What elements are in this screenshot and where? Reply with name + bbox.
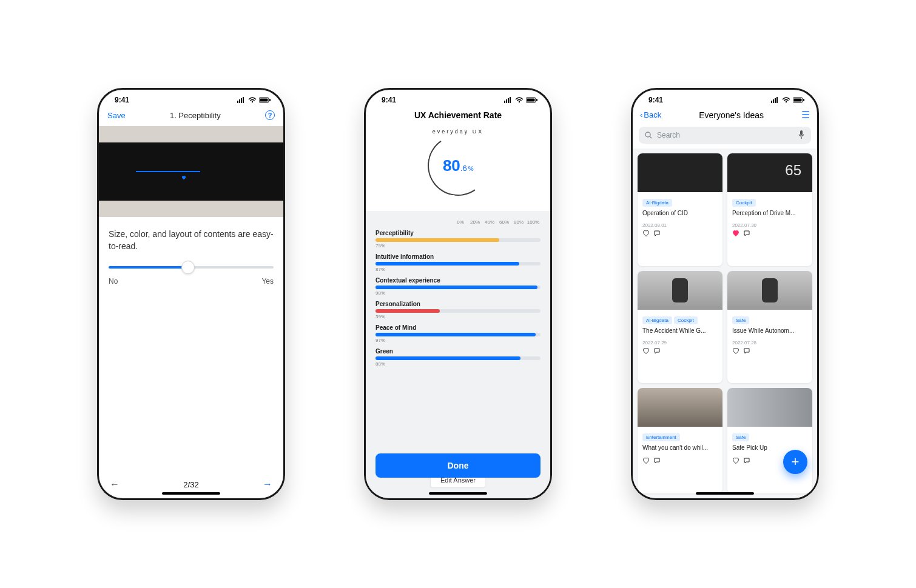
- wifi-icon: [782, 97, 790, 103]
- slider-label-yes: Yes: [261, 277, 274, 286]
- card-title: What you can't do whil...: [642, 444, 718, 451]
- search-placeholder: Search: [657, 131, 680, 139]
- metric-label: Contextual experience: [375, 277, 541, 284]
- slider-label-no: No: [109, 277, 118, 286]
- page-title: 1. Peceptibility: [170, 111, 221, 120]
- card-date: 2022.07.28: [732, 340, 807, 346]
- metric-bar: [375, 238, 541, 242]
- help-icon[interactable]: ?: [265, 110, 275, 120]
- idea-card[interactable]: Safe Safe Pick Up: [727, 388, 812, 493]
- svg-rect-1: [239, 99, 240, 103]
- pager: ← 2/32 →: [99, 479, 283, 490]
- comment-button[interactable]: [743, 230, 750, 237]
- like-button[interactable]: [642, 230, 650, 237]
- metric-value: 98%: [375, 290, 541, 296]
- card-title: Perception of Drive M...: [732, 210, 807, 216]
- achievement-gauge: everyday UX 80.6%: [366, 120, 550, 211]
- metric-row: Personalization 39%: [375, 301, 541, 319]
- axis-labels: 0%20%40%60%80%100%: [375, 219, 541, 225]
- comment-button[interactable]: [743, 457, 750, 464]
- question-text: Size, color, and layout of contents are …: [109, 228, 274, 253]
- svg-rect-15: [536, 99, 537, 101]
- idea-card[interactable]: Safe Issue While Autonom... 2022.07.28: [727, 271, 812, 384]
- metric-label: Green: [375, 348, 541, 355]
- comment-button[interactable]: [653, 230, 661, 237]
- card-tag[interactable]: AI·Bigdata: [642, 199, 672, 207]
- metric-row: Green 88%: [375, 348, 541, 367]
- battery-icon: [259, 97, 271, 103]
- prev-button[interactable]: ←: [110, 479, 120, 490]
- add-idea-button[interactable]: +: [783, 450, 807, 474]
- signal-icon: [237, 97, 246, 103]
- idea-card[interactable]: 65 Cockpit Perception of Drive M... 2022…: [727, 153, 812, 266]
- rate-unit: %: [468, 165, 473, 172]
- phone-ideas: 9:41 ‹ Back Everyone's Ideas ☰ Search: [631, 88, 819, 500]
- signal-icon: [771, 97, 780, 103]
- mic-icon[interactable]: [798, 130, 805, 141]
- battery-icon: [526, 97, 538, 103]
- home-indicator: [429, 492, 487, 495]
- like-button[interactable]: [732, 230, 739, 237]
- card-date: 2022.07.29: [642, 340, 718, 346]
- status-icons: [237, 97, 271, 103]
- page-title: UX Achievement Rate: [366, 110, 550, 120]
- answer-slider[interactable]: [109, 266, 274, 269]
- svg-rect-17: [773, 99, 774, 103]
- metric-bar: [375, 356, 541, 360]
- page-title: Everyone's Ideas: [699, 110, 764, 120]
- card-tag[interactable]: Cockpit: [732, 199, 756, 207]
- phone-results: 9:41 UX Achievement Rate everyday UX 80.…: [364, 88, 552, 500]
- comment-button[interactable]: [653, 457, 661, 464]
- like-button[interactable]: [642, 347, 650, 355]
- metric-row: Contextual experience 98%: [375, 277, 541, 296]
- back-button[interactable]: ‹ Back: [640, 110, 661, 119]
- rate-integer: 80: [443, 156, 460, 174]
- comment-button[interactable]: [653, 347, 661, 355]
- nav-bar: ‹ Back Everyone's Ideas ☰: [633, 107, 817, 123]
- svg-point-24: [645, 132, 650, 137]
- card-tag[interactable]: AI·Bigdata: [642, 316, 672, 324]
- nav-bar: Save 1. Peceptibility ?: [99, 107, 283, 124]
- metric-bar: [375, 333, 541, 336]
- card-date: 2022.07.30: [732, 222, 807, 228]
- home-indicator: [162, 492, 220, 495]
- card-tag[interactable]: Entertainment: [642, 433, 680, 441]
- idea-card[interactable]: Entertainment What you can't do whil...: [638, 388, 722, 493]
- svg-rect-22: [794, 99, 802, 102]
- done-button[interactable]: Done: [375, 453, 541, 478]
- svg-rect-10: [508, 98, 509, 103]
- rate-decimal: .6: [460, 163, 467, 172]
- battery-icon: [793, 97, 805, 103]
- like-button[interactable]: [732, 347, 739, 355]
- svg-rect-6: [260, 99, 268, 102]
- idea-card[interactable]: AI·BigdataCockpit The Accident While G..…: [638, 271, 722, 384]
- list-view-icon[interactable]: ☰: [801, 109, 810, 121]
- metric-value: 97%: [375, 338, 541, 343]
- metric-row: Perceptibility 75%: [375, 230, 541, 249]
- comment-button[interactable]: [743, 347, 750, 355]
- card-tag[interactable]: Safe: [732, 316, 749, 324]
- svg-point-20: [786, 101, 787, 102]
- svg-rect-2: [241, 98, 242, 103]
- chevron-left-icon: ‹: [640, 110, 642, 119]
- card-tag[interactable]: Safe: [732, 433, 749, 441]
- status-icons: [771, 97, 805, 103]
- svg-point-12: [519, 101, 520, 102]
- search-input[interactable]: Search: [639, 127, 811, 144]
- save-button[interactable]: Save: [107, 111, 126, 120]
- like-button[interactable]: [732, 457, 739, 464]
- next-button[interactable]: →: [263, 479, 272, 490]
- idea-card[interactable]: AI·Bigdata Operation of CID 2022.08.01: [638, 153, 722, 266]
- metric-label: Intuitive information: [375, 253, 541, 260]
- metric-value: 75%: [375, 243, 541, 249]
- card-tag[interactable]: Cockpit: [674, 316, 698, 324]
- svg-rect-9: [506, 99, 507, 103]
- ideas-feed[interactable]: AI·Bigdata Operation of CID 2022.08.01 6…: [633, 149, 817, 498]
- metric-label: Peace of Mind: [375, 324, 541, 331]
- status-time: 9:41: [382, 96, 396, 104]
- card-title: The Accident While G...: [642, 327, 718, 334]
- like-button[interactable]: [642, 457, 650, 464]
- back-label: Back: [644, 110, 661, 119]
- svg-line-25: [650, 136, 652, 138]
- svg-rect-16: [771, 101, 772, 103]
